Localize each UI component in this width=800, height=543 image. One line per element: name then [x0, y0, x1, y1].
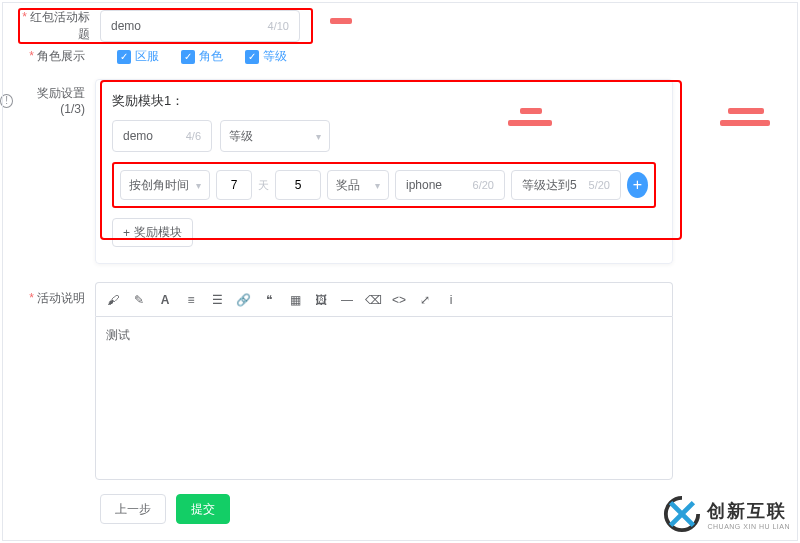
- brand-name-cn: 创新互联: [707, 499, 790, 523]
- link-icon[interactable]: 🔗: [236, 293, 250, 307]
- prize-type-select[interactable]: 奖品 ▾: [327, 170, 389, 200]
- plus-icon: +: [633, 176, 642, 194]
- title-input[interactable]: [111, 19, 264, 33]
- prev-button[interactable]: 上一步: [100, 494, 166, 524]
- font-icon[interactable]: A: [158, 293, 172, 307]
- check-icon: ✓: [181, 50, 195, 64]
- eraser-icon[interactable]: ⌫: [366, 293, 380, 307]
- role-display-row: *角色展示 ✓区服 ✓角色 ✓等级: [0, 48, 800, 65]
- pencil-icon[interactable]: ✎: [132, 293, 146, 307]
- editor-textarea[interactable]: 测试: [95, 316, 673, 480]
- chevron-down-icon: ▾: [316, 131, 321, 142]
- add-module-button[interactable]: + 奖励模块: [112, 218, 193, 247]
- module-name-input[interactable]: 4/6: [112, 120, 212, 152]
- brand-logo: 创新互联 CHUANG XIN HU LIAN: [663, 495, 790, 533]
- checkbox-role[interactable]: ✓角色: [181, 48, 223, 65]
- role-display-label: 角色展示: [37, 49, 85, 63]
- fullscreen-icon[interactable]: ⤢: [418, 293, 432, 307]
- check-icon: ✓: [117, 50, 131, 64]
- align-icon[interactable]: ≡: [184, 293, 198, 307]
- annotation-mark-2a: [520, 108, 542, 114]
- condition-input[interactable]: 5/20: [511, 170, 621, 200]
- logo-icon: [663, 495, 701, 533]
- description-section: *活动说明 🖌 ✎ A ≡ ☰ 🔗 ❝ ▦ 🖼 — ⌫ <> ⤢ i 测试: [0, 282, 800, 480]
- days-unit: 天: [258, 178, 269, 193]
- chevron-down-icon: ▾: [375, 180, 380, 191]
- reward-section: ! 奖励设置(1/3) 奖励模块1： 4/6 等级 ▾ 按创角时间 ▾ 天: [0, 79, 800, 264]
- annotation-mark-3a: [728, 108, 764, 114]
- reward-card: 奖励模块1： 4/6 等级 ▾ 按创角时间 ▾ 天 奖品: [95, 79, 673, 264]
- annotation-mark-3b: [720, 120, 770, 126]
- reward-row-highlight: 按创角时间 ▾ 天 奖品 ▾ 6/20 5/20 +: [112, 162, 656, 208]
- title-input-wrap[interactable]: 4/10: [100, 10, 300, 42]
- days-input[interactable]: [216, 170, 252, 200]
- brush-icon[interactable]: 🖌: [106, 293, 120, 307]
- prize-input[interactable]: 6/20: [395, 170, 505, 200]
- reward-label: 奖励设置(1/3): [17, 85, 85, 116]
- brand-name-en: CHUANG XIN HU LIAN: [707, 523, 790, 530]
- description-label: 活动说明: [37, 291, 85, 305]
- minus-icon[interactable]: —: [340, 293, 354, 307]
- annotation-mark-1: [330, 18, 352, 24]
- info-icon: !: [0, 94, 13, 108]
- list-icon[interactable]: ☰: [210, 293, 224, 307]
- add-row-button[interactable]: +: [627, 172, 648, 198]
- image-icon[interactable]: 🖼: [314, 293, 328, 307]
- checkbox-level[interactable]: ✓等级: [245, 48, 287, 65]
- editor-toolbar: 🖌 ✎ A ≡ ☰ 🔗 ❝ ▦ 🖼 — ⌫ <> ⤢ i: [95, 282, 673, 316]
- info-icon[interactable]: i: [444, 293, 458, 307]
- checkbox-zone[interactable]: ✓区服: [117, 48, 159, 65]
- title-row-highlight: *红包活动标题 4/10: [18, 8, 313, 44]
- count-input[interactable]: [275, 170, 321, 200]
- reward-module-title: 奖励模块1：: [112, 92, 656, 110]
- title-label: 红包活动标题: [30, 10, 90, 41]
- chevron-down-icon: ▾: [196, 180, 201, 191]
- annotation-mark-2b: [508, 120, 552, 126]
- editor-content: 测试: [106, 328, 130, 342]
- plus-icon: +: [123, 226, 130, 240]
- table-icon[interactable]: ▦: [288, 293, 302, 307]
- quote-icon[interactable]: ❝: [262, 293, 276, 307]
- submit-button[interactable]: 提交: [176, 494, 230, 524]
- module-type-select[interactable]: 等级 ▾: [220, 120, 330, 152]
- time-type-select[interactable]: 按创角时间 ▾: [120, 170, 210, 200]
- title-counter: 4/10: [268, 20, 289, 32]
- check-icon: ✓: [245, 50, 259, 64]
- code-icon[interactable]: <>: [392, 293, 406, 307]
